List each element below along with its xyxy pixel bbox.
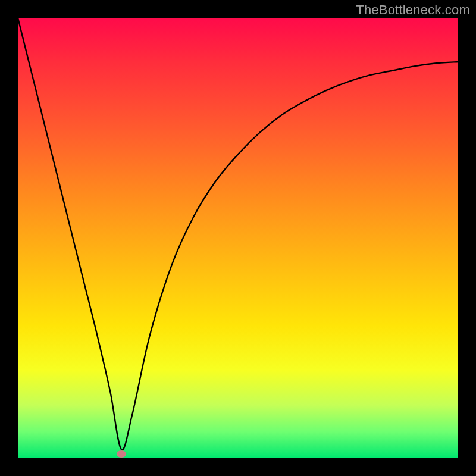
bottleneck-curve: [18, 18, 458, 450]
curve-svg: [18, 18, 458, 458]
watermark-text: TheBottleneck.com: [356, 2, 470, 18]
minimum-marker: [117, 450, 126, 458]
plot-area: [18, 18, 458, 458]
chart-stage: TheBottleneck.com: [0, 0, 476, 476]
